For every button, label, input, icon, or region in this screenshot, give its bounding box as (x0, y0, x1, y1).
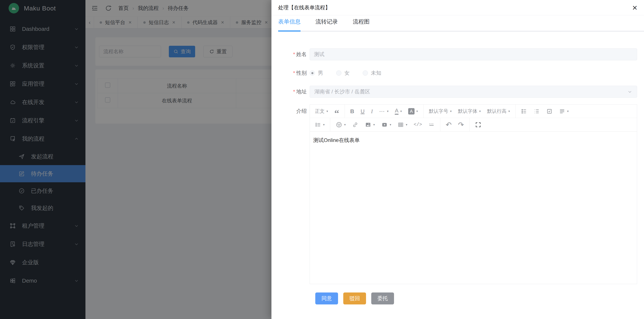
required-asterisk: * (293, 70, 295, 76)
caret-down-icon: ▾ (479, 109, 481, 113)
drawer-title: 处理【在线表单流程】 (278, 4, 330, 11)
undo-icon[interactable]: ↶ (442, 118, 455, 131)
caret-down-icon: ▾ (326, 109, 328, 113)
background-color-dropdown[interactable]: A▾ (405, 105, 421, 118)
caret-down-icon: ▾ (567, 109, 569, 113)
font-family-dropdown[interactable]: 默认字体▾ (455, 105, 484, 118)
redo-icon[interactable]: ↷ (455, 118, 467, 131)
toolbar-divider (515, 105, 516, 118)
intro-row: 介绍 正文▾ “ B U I ⋯▾ A▾ A▾ 默认字号▾ 默认字体▾ 默认行高… (272, 104, 644, 284)
name-input (310, 48, 637, 60)
caret-down-icon: ▾ (373, 123, 375, 126)
radio-selected-icon (310, 70, 315, 76)
bullet-list-icon[interactable] (518, 105, 530, 118)
editor-content[interactable]: 测试Online在线表单 (310, 132, 637, 284)
drawer-header: 处理【在线表单流程】 × (272, 0, 644, 15)
radio-female: 女 (336, 70, 350, 77)
caret-down-icon: ▾ (390, 123, 391, 126)
editor-toolbar-row1: 正文▾ “ B U I ⋯▾ A▾ A▾ 默认字号▾ 默认字体▾ 默认行高▾ (310, 105, 637, 118)
name-row: *姓名 (272, 48, 644, 60)
approve-button[interactable]: 同意 (315, 292, 338, 304)
radio-icon (336, 70, 342, 76)
paragraph-style-dropdown[interactable]: 正文▾ (312, 105, 331, 118)
gender-row: *性别 男 女 未知 (272, 67, 644, 79)
emoji-dropdown[interactable]: ▾ (332, 118, 349, 131)
caret-down-icon: ▾ (450, 109, 452, 113)
more-styles-dropdown[interactable]: ⋯▾ (376, 105, 392, 118)
rich-text-editor: 正文▾ “ B U I ⋯▾ A▾ A▾ 默认字号▾ 默认字体▾ 默认行高▾ (310, 104, 637, 284)
process-drawer: 处理【在线表单流程】 × 表单信息 流转记录 流程图 *姓名 *性别 男 女 (272, 0, 644, 319)
line-height-dropdown[interactable]: 默认行高▾ (484, 105, 513, 118)
tab-flow-diagram[interactable]: 流程图 (353, 18, 370, 31)
toolbar-divider (440, 118, 440, 132)
todo-list-icon[interactable] (543, 105, 556, 118)
caret-down-icon: ▾ (508, 109, 510, 113)
insert-table-dropdown[interactable]: ▾ (394, 118, 410, 131)
gender-label: 性别 (296, 70, 307, 76)
blockquote-icon[interactable]: “ (331, 105, 342, 118)
divider-icon[interactable] (425, 118, 438, 131)
caret-down-icon: ▾ (406, 123, 407, 126)
indent-dropdown[interactable]: ▾ (312, 118, 328, 131)
toolbar-divider (423, 105, 424, 118)
chevron-down-icon (627, 89, 632, 94)
code-block-icon[interactable]: </> (410, 118, 425, 131)
address-label: 地址 (296, 89, 307, 95)
required-asterisk: * (293, 51, 295, 57)
radio-male: 男 (310, 70, 323, 77)
font-size-dropdown[interactable]: 默认字号▾ (426, 105, 455, 118)
radio-unknown: 未知 (363, 70, 381, 77)
intro-label: 介绍 (296, 108, 307, 114)
toolbar-divider (344, 105, 345, 118)
reject-button[interactable]: 驳回 (343, 292, 366, 304)
insert-video-dropdown[interactable]: ▾ (378, 118, 394, 131)
tab-flow-records[interactable]: 流转记录 (316, 18, 338, 31)
address-select: 湖南省 / 长沙市 / 岳麓区 (310, 86, 637, 98)
name-label: 姓名 (296, 51, 307, 57)
link-icon[interactable] (349, 118, 362, 131)
tab-form-info[interactable]: 表单信息 (278, 18, 300, 31)
gender-radio-group: 男 女 未知 (310, 67, 381, 79)
caret-down-icon: ▾ (344, 123, 346, 126)
underline-icon[interactable]: U (358, 105, 368, 118)
caret-down-icon: ▾ (416, 109, 418, 113)
drawer-tabs: 表单信息 流转记录 流程图 (278, 18, 644, 32)
caret-down-icon: ▾ (323, 123, 324, 126)
required-asterisk: * (293, 89, 295, 95)
close-icon[interactable]: × (632, 3, 637, 12)
caret-down-icon: ▾ (387, 109, 388, 113)
align-dropdown[interactable]: ▾ (556, 105, 572, 118)
italic-icon[interactable]: I (368, 105, 376, 118)
radio-icon (363, 70, 368, 76)
fullscreen-icon[interactable] (472, 118, 484, 131)
address-row: *地址 湖南省 / 长沙市 / 岳麓区 (272, 86, 644, 98)
drawer-actions: 同意 驳回 委托 (272, 292, 644, 304)
toolbar-divider (330, 118, 330, 132)
ordered-list-icon[interactable] (530, 105, 543, 118)
caret-down-icon: ▾ (400, 109, 402, 113)
delegate-button[interactable]: 委托 (371, 292, 394, 304)
bold-icon[interactable]: B (347, 105, 358, 118)
font-color-dropdown[interactable]: A▾ (392, 105, 405, 118)
insert-image-dropdown[interactable]: ▾ (362, 118, 378, 131)
editor-toolbar-row2: ▾ ▾ ▾ ▾ ▾ </> ↶ ↷ (310, 118, 637, 132)
process-form: *姓名 *性别 男 女 未知 *地址 (272, 32, 644, 304)
